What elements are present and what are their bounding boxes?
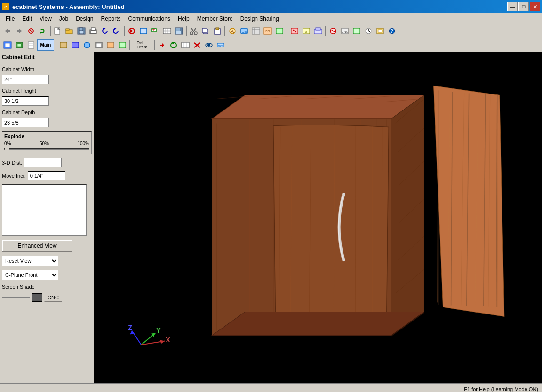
shade-slider[interactable] <box>2 297 30 298</box>
rotate-button[interactable] <box>126 25 137 37</box>
save2-button[interactable] <box>173 25 184 37</box>
svg-marker-98 <box>391 95 424 335</box>
tool5-button[interactable] <box>274 25 285 37</box>
paste-button[interactable] <box>212 25 223 37</box>
svg-text:DB: DB <box>241 30 247 34</box>
left-panel: Cabinet Edit Cabinet Width Cabinet Heigh… <box>0 52 94 383</box>
svg-rect-31 <box>176 31 181 34</box>
tb2-defitem-btn[interactable]: Def.+Item <box>132 39 152 51</box>
menu-reports[interactable]: Reports <box>97 15 125 23</box>
svg-rect-24 <box>163 28 171 34</box>
tb2-pencil-btn[interactable] <box>14 39 25 51</box>
maximize-button[interactable]: □ <box>518 2 529 11</box>
close-button[interactable]: ✕ <box>530 2 540 11</box>
tool4-button[interactable]: 3D <box>262 25 273 37</box>
cplane-select[interactable]: C-Plane Front <box>2 270 58 280</box>
tb2-btn6[interactable] <box>70 39 81 51</box>
menu-communications[interactable]: Communications <box>125 15 174 23</box>
svg-marker-0 <box>5 29 8 33</box>
svg-text:?: ? <box>391 29 393 34</box>
menu-job[interactable]: Job <box>56 15 72 23</box>
cabinet-height-input[interactable] <box>2 96 49 106</box>
cabinet-scene: Z Y X <box>94 52 542 383</box>
toolbar-separator-6 <box>325 26 326 36</box>
tb2-arrow-btn[interactable] <box>156 39 167 51</box>
toolbar-separator-4 <box>224 26 225 36</box>
dist-row: 3-D Dist. <box>2 158 92 167</box>
grid-button[interactable] <box>161 25 173 37</box>
svg-rect-44 <box>252 28 260 34</box>
back-button[interactable] <box>2 25 13 37</box>
tb2-main-btn[interactable]: Main <box>37 39 54 51</box>
forward-button[interactable] <box>14 25 25 37</box>
cabinet-depth-input[interactable] <box>2 118 49 127</box>
menu-member-store[interactable]: Member Store <box>193 15 237 23</box>
tb2-btn9[interactable] <box>105 39 116 51</box>
tool12-button[interactable] <box>363 25 374 37</box>
undo2-button[interactable] <box>111 25 122 37</box>
tb2-btn8[interactable] <box>93 39 104 51</box>
dist-input[interactable] <box>24 158 62 167</box>
menu-file[interactable]: File <box>2 15 18 23</box>
cabinet-depth-label: Cabinet Depth <box>2 110 92 115</box>
svg-rect-81 <box>119 42 126 48</box>
move-incr-input[interactable] <box>28 171 65 180</box>
tb2-grid2-btn[interactable] <box>180 39 191 51</box>
tb2-eye-btn[interactable] <box>203 39 215 51</box>
minimize-button[interactable]: — <box>507 2 518 11</box>
tool13-button[interactable] <box>375 25 386 37</box>
tb2-select-btn[interactable] <box>2 39 13 51</box>
window-title: ecabinet Systems - Assembly: Untitled <box>12 3 125 10</box>
print-button[interactable] <box>88 25 99 37</box>
tb2-btn10[interactable] <box>117 39 128 51</box>
move-incr-label: Move Incr. <box>2 173 26 179</box>
svg-rect-39 <box>216 28 219 30</box>
new-button[interactable] <box>52 25 64 37</box>
menu-edit[interactable]: Edit <box>18 15 36 23</box>
tb2-measure-btn[interactable]: mm <box>215 39 226 51</box>
tool7-button[interactable]: S <box>301 25 312 37</box>
tool9-button[interactable] <box>327 25 339 37</box>
zoom-button[interactable] <box>150 25 161 37</box>
tb2-x-btn[interactable] <box>191 39 203 51</box>
tool2-button[interactable]: DB <box>239 25 250 37</box>
tb2-btn7[interactable] <box>81 39 93 51</box>
explode-slider[interactable] <box>4 148 89 150</box>
toolbar-row-2: Main Def.+Item mm <box>0 38 542 52</box>
tool6-button[interactable] <box>289 25 300 37</box>
help-button[interactable]: ? <box>386 25 398 37</box>
tool1-button[interactable]: A <box>227 25 238 37</box>
menu-help[interactable]: Help <box>174 15 193 23</box>
window-controls: — □ ✕ <box>507 2 540 11</box>
tb2-doc-btn[interactable] <box>25 39 37 51</box>
svg-rect-13 <box>79 31 84 34</box>
svg-rect-49 <box>276 28 283 34</box>
stop-button[interactable] <box>25 25 37 37</box>
copy-button[interactable] <box>200 25 211 37</box>
save-button[interactable] <box>76 25 87 37</box>
tb2-btn5[interactable] <box>58 39 69 51</box>
menu-design[interactable]: Design <box>72 15 97 23</box>
enhanced-view-button[interactable]: Enhanced View <box>2 240 72 252</box>
svg-marker-97 <box>212 95 424 118</box>
defitem-label: Def.+Item <box>137 41 148 49</box>
refresh-button[interactable] <box>37 25 48 37</box>
shade-color-box <box>32 293 42 302</box>
screen-shade-row: Screen Shade <box>2 284 92 290</box>
open-button[interactable] <box>64 25 75 37</box>
select-button[interactable] <box>138 25 149 37</box>
cnc-button[interactable]: CNC <box>44 293 62 302</box>
explode-thumb[interactable] <box>5 147 9 152</box>
menu-view[interactable]: View <box>36 15 56 23</box>
cabinet-width-input[interactable] <box>2 75 49 84</box>
tool8-button[interactable] <box>312 25 324 37</box>
svg-text:CNC: CNC <box>341 30 348 33</box>
undo1-button[interactable] <box>99 25 111 37</box>
cut-button[interactable] <box>188 25 199 37</box>
tool11-button[interactable] <box>351 25 362 37</box>
tool10-button[interactable]: CNC <box>339 25 351 37</box>
tool3-button[interactable] <box>250 25 262 37</box>
menu-design-sharing[interactable]: Design Sharing <box>237 15 283 23</box>
tb2-rotate-btn[interactable] <box>168 39 179 51</box>
reset-view-select[interactable]: Reset View <box>2 256 58 266</box>
